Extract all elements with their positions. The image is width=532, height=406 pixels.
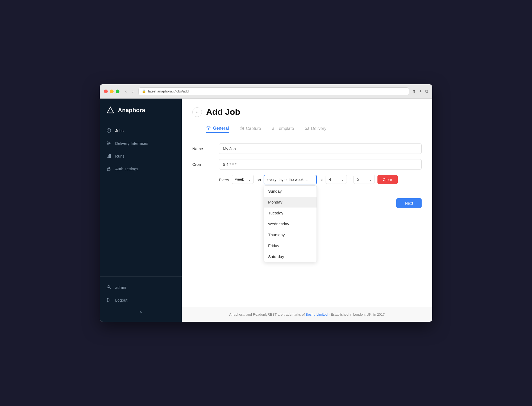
logout-icon	[106, 297, 111, 303]
next-button[interactable]: Next	[396, 198, 422, 208]
url-text: latest.anaphora.it/jobs/add	[148, 89, 189, 93]
app-layout: Anaphora Jobs	[100, 99, 432, 322]
browser-chrome: ‹ › 🔒 latest.anaphora.it/jobs/add ⬆ + ⧉	[100, 84, 432, 99]
send-icon	[106, 141, 111, 146]
minute-select-wrapper: 5 0 10 15	[354, 175, 375, 184]
day-option-wednesday[interactable]: Wednesday	[264, 218, 317, 229]
back-nav-button[interactable]: ‹	[124, 88, 128, 94]
gear-icon	[206, 125, 211, 131]
maximize-button[interactable]	[116, 90, 119, 93]
cron-input[interactable]	[219, 159, 422, 170]
day-option-sunday[interactable]: Sunday	[264, 186, 317, 197]
tab-capture[interactable]: Capture	[240, 125, 261, 133]
at-label: at	[319, 175, 323, 182]
main-content: ← Add Job General	[182, 99, 432, 322]
browser-controls: ‹ ›	[124, 88, 135, 94]
share-icon[interactable]: ⬆	[412, 89, 416, 94]
frequency-select-wrapper: week day month	[232, 175, 254, 184]
tabs: General Capture A	[192, 125, 422, 133]
footer-text-start: Anaphora, and ReadonlyREST are trademark…	[229, 312, 306, 316]
cron-builder-row: Every week day month on	[192, 175, 422, 184]
sidebar-item-label: Jobs	[115, 128, 124, 133]
sidebar-collapse-button[interactable]: <	[100, 306, 182, 318]
bar-chart-icon	[106, 153, 111, 159]
frequency-select[interactable]: week day month	[232, 175, 254, 184]
sidebar-item-auth-settings[interactable]: Auth settings	[100, 162, 182, 175]
tab-general[interactable]: General	[206, 125, 229, 133]
day-option-thursday[interactable]: Thursday	[264, 229, 317, 240]
content-area: ← Add Job General	[182, 99, 432, 307]
svg-rect-9	[305, 127, 309, 130]
day-dropdown: Sunday Monday Tuesday Wednesday Thursday…	[264, 185, 317, 262]
sidebar-item-label: Runs	[115, 154, 124, 158]
svg-rect-3	[110, 154, 111, 158]
sidebar-nav: Jobs Delivery Interfaces	[100, 122, 182, 276]
day-option-tuesday[interactable]: Tuesday	[264, 208, 317, 218]
svg-rect-2	[108, 155, 109, 158]
sidebar-item-admin[interactable]: admin	[100, 281, 182, 294]
tab-delivery[interactable]: Delivery	[305, 125, 326, 133]
chevron-down-icon: ⌄	[306, 178, 308, 181]
sidebar-item-runs[interactable]: Runs	[100, 150, 182, 162]
name-input[interactable]	[219, 143, 422, 154]
browser-actions: ⬆ + ⧉	[412, 88, 428, 94]
back-arrow-icon: ←	[195, 110, 199, 115]
day-option-saturday[interactable]: Saturday	[264, 251, 317, 262]
minimize-button[interactable]	[110, 90, 114, 93]
sidebar-logo-text: Anaphora	[118, 107, 145, 114]
form-section: Name Cron Every week	[192, 143, 422, 208]
clear-button[interactable]: Clear	[377, 175, 398, 184]
tab-capture-label: Capture	[246, 126, 261, 131]
svg-rect-4	[107, 168, 110, 171]
sidebar-item-logout[interactable]: Logout	[100, 294, 182, 306]
new-tab-icon[interactable]: +	[419, 88, 422, 94]
page-header: ← Add Job	[192, 107, 422, 117]
day-dropdown-wrapper: every day of the week ⌄ Sunday Monday Tu…	[264, 175, 317, 184]
clock-icon	[106, 128, 111, 133]
day-select-text: every day of the week	[267, 177, 304, 182]
minute-select[interactable]: 5 0 10 15	[354, 175, 375, 184]
tab-delivery-label: Delivery	[311, 126, 326, 131]
close-button[interactable]	[104, 90, 108, 93]
sidebar-item-delivery-interfaces[interactable]: Delivery Interfaces	[100, 137, 182, 150]
lock-icon: 🔒	[142, 89, 146, 93]
tab-template[interactable]: A Template	[272, 125, 294, 133]
page-title: Add Job	[206, 107, 240, 117]
tab-general-label: General	[213, 126, 229, 131]
user-icon	[106, 285, 111, 290]
sidebar-item-jobs[interactable]: Jobs	[100, 124, 182, 137]
footer-link[interactable]: Beshu Limited	[306, 312, 327, 316]
back-button[interactable]: ←	[192, 107, 202, 117]
cron-row: Cron	[192, 159, 422, 170]
anaphora-logo-icon	[106, 106, 115, 115]
name-label: Name	[192, 146, 214, 151]
sidebar-item-label: Auth settings	[115, 167, 138, 171]
camera-icon	[240, 126, 244, 131]
svg-rect-1	[107, 156, 108, 158]
mail-icon	[305, 126, 309, 131]
sidebar-bottom: admin Logout <	[100, 276, 182, 322]
day-select-button[interactable]: every day of the week ⌄	[264, 175, 317, 184]
day-option-friday[interactable]: Friday	[264, 240, 317, 251]
tabs-icon[interactable]: ⧉	[425, 89, 428, 94]
template-icon: A	[272, 126, 275, 131]
svg-point-6	[208, 127, 209, 128]
lock-icon	[106, 166, 111, 171]
tab-template-label: Template	[277, 126, 294, 131]
browser-window: ‹ › 🔒 latest.anaphora.it/jobs/add ⬆ + ⧉ …	[100, 84, 432, 322]
admin-label: admin	[115, 285, 126, 290]
forward-nav-button[interactable]: ›	[130, 88, 135, 94]
hour-select[interactable]: 4 0 1 2 3 5	[326, 175, 347, 184]
cron-label: Cron	[192, 162, 214, 167]
address-bar[interactable]: 🔒 latest.anaphora.it/jobs/add	[138, 87, 409, 95]
footer: Anaphora, and ReadonlyREST are trademark…	[182, 307, 432, 322]
name-row: Name	[192, 143, 422, 154]
every-label: Every	[219, 175, 229, 182]
time-colon: :	[350, 175, 351, 183]
hour-select-wrapper: 4 0 1 2 3 5	[326, 175, 347, 184]
day-option-monday[interactable]: Monday	[264, 197, 317, 208]
svg-rect-7	[240, 127, 243, 130]
on-label: on	[256, 175, 261, 182]
logout-label: Logout	[115, 298, 127, 302]
svg-point-8	[241, 128, 242, 129]
